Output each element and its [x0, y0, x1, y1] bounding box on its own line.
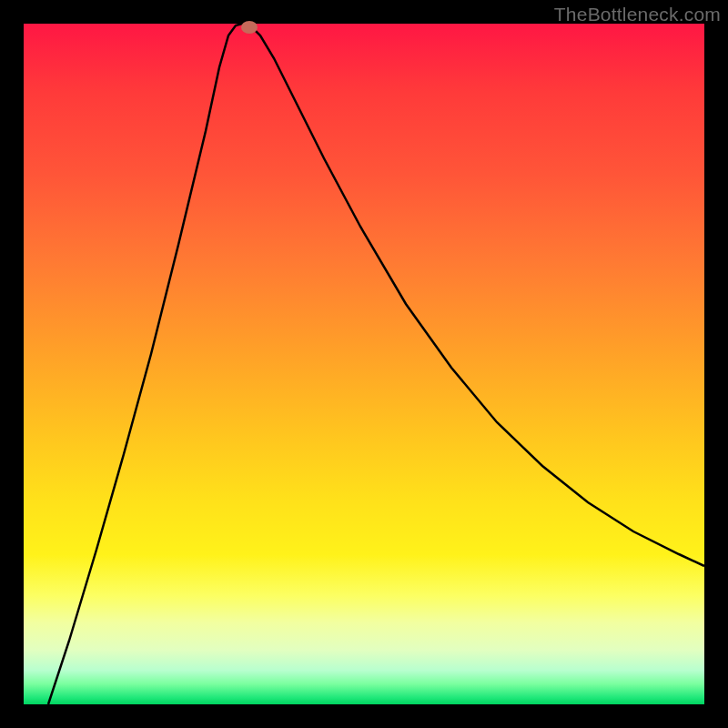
plot-area	[24, 24, 704, 704]
optimal-point-marker	[241, 21, 258, 34]
bottleneck-curve	[24, 24, 704, 704]
chart-frame: TheBottleneck.com	[0, 0, 728, 728]
curve-path	[48, 24, 704, 704]
watermark-text: TheBottleneck.com	[554, 4, 721, 25]
